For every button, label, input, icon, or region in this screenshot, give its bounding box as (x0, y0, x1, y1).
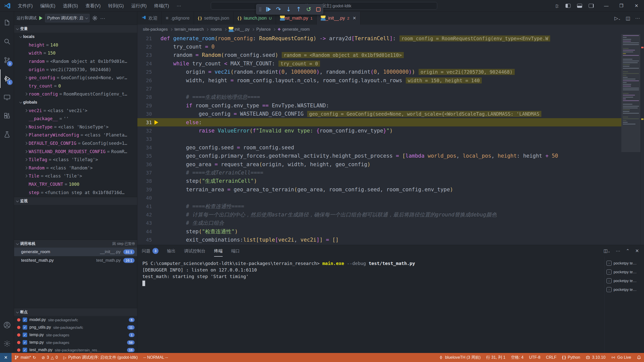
tab-.gdignore[interactable]: ≡.gdignore (162, 12, 194, 25)
breakpoint-checkbox[interactable]: ✓ (23, 325, 27, 330)
variable-row[interactable]: origin=vec2i(7205730, 9024468) (14, 65, 137, 74)
line-number[interactable]: 23 (137, 52, 152, 58)
code-line-21[interactable]: 21def generate_room(room_config: RoomReq… (137, 34, 621, 42)
commit-info-item[interactable]: blueloveTH (3 周前) (436, 353, 483, 362)
variable-row[interactable]: random=<Random object at 0x1bf9d01e… (14, 57, 137, 66)
variable-row[interactable]: step=<function step at 0x1bf8d716d… (14, 188, 137, 197)
code-line-25[interactable]: 25 origin = vec2i(random.randint(0, 1000… (137, 68, 621, 76)
variable-row[interactable]: width=150 (14, 49, 137, 57)
watch-section-header[interactable]: 监视 (14, 197, 137, 205)
line-number[interactable]: 27 (137, 86, 152, 92)
watch-body[interactable] (14, 205, 137, 240)
activity-accounts[interactable] (0, 316, 14, 334)
code-line-36[interactable]: 36 geo_area = request_area(origin, width… (137, 160, 621, 168)
line-number[interactable]: 25 (137, 69, 152, 75)
line-number[interactable]: 33 (137, 136, 152, 142)
tab-欢迎[interactable]: 欢迎 (137, 12, 162, 25)
panel-tab-问题[interactable]: 问题3 (142, 245, 158, 257)
breakpoints-section-header[interactable]: 断点 (14, 308, 137, 316)
line-number[interactable]: 35 (137, 153, 152, 159)
gear-icon[interactable] (92, 15, 98, 21)
variable-row[interactable]: PlanetaryWindConfig=<class 'Planeta… (14, 131, 137, 139)
menu-item-8[interactable]: ··· (173, 0, 185, 12)
close-panel-icon[interactable]: ✕ (635, 248, 639, 254)
code-line-44[interactable]: 44 step("检查连通性") (137, 227, 621, 236)
terminal-list-item[interactable]: ›pocketpy te… (605, 259, 644, 267)
notifications-item[interactable] (634, 353, 644, 362)
code-line-28[interactable]: 28 # ====生成初始地理信息==== (137, 93, 621, 101)
split-editor-icon[interactable]: ◫ (626, 15, 630, 21)
code-line-38[interactable]: 38 step("生成TerrainCell") (137, 177, 621, 185)
stack-frame[interactable]: generate_room__init__.py31:1 (14, 248, 137, 256)
variable-row[interactable]: room_config=RoomRequestConfig(env_t… (14, 90, 137, 98)
code-line-42[interactable]: 42 # 计算每一个出口的中心，然后使用astar生成路径，确保每一个出口组合都… (137, 210, 621, 219)
toggle-secondary-sidebar-icon[interactable] (589, 4, 594, 8)
restore-button[interactable]: ❐ (614, 0, 629, 12)
terminal-output[interactable]: PS C:\computer_science\godot-ldtk\site-p… (137, 257, 604, 353)
command-center-search[interactable]: [扩展开发宿主] godot-ldtk (211, 2, 437, 10)
line-number[interactable]: 24 (137, 61, 152, 67)
terminal-split-icon[interactable]: ◫⌄ (603, 248, 610, 254)
line-number[interactable]: 38 (137, 178, 152, 184)
menu-item-5[interactable]: 转到(G) (104, 0, 128, 12)
variable-row[interactable]: __package__='' (14, 115, 137, 123)
continue-button[interactable] (266, 7, 271, 12)
code-line-26[interactable]: 26 width, height = room_config.layout.n_… (137, 76, 621, 84)
eol-item[interactable]: CRLF (543, 353, 559, 362)
breadcrumb-item[interactable]: Pylance (256, 27, 271, 32)
breadcrumb-item[interactable]: rooms (211, 27, 222, 32)
close-icon[interactable]: ✕ (353, 16, 356, 21)
line-number[interactable]: 45 (137, 237, 152, 243)
code-line-23[interactable]: 23 random = Random(room_config.seed)rand… (137, 51, 621, 59)
variable-row[interactable]: WASTELAND_ROOM_REQUEST_CONFIG=RoomR… (14, 147, 137, 156)
line-number[interactable]: 40 (137, 195, 152, 201)
more-actions-icon[interactable]: ··· (616, 248, 620, 254)
breakpoint-checkbox[interactable]: ✓ (23, 348, 27, 352)
line-number[interactable]: 44 (137, 229, 152, 235)
more-actions-icon[interactable]: ··· (635, 15, 640, 21)
breadcrumb[interactable]: site-packagesterrain_researchrooms__init… (137, 25, 644, 34)
code-editor[interactable]: 21def generate_room(room_config: RoomReq… (137, 34, 644, 245)
menu-item-3[interactable]: 选择(S) (59, 0, 82, 12)
variable-row[interactable]: Random=<class 'Random'> (14, 164, 137, 172)
line-number[interactable]: 21 (137, 35, 152, 41)
run-python-file-icon[interactable]: ▷⌄ (614, 15, 621, 21)
code-line-43[interactable]: 43 # 生成出口组合 (137, 219, 621, 227)
more-actions-icon[interactable]: ··· (100, 15, 105, 21)
breadcrumb-item[interactable]: site-packages (143, 27, 168, 32)
line-number[interactable]: 42 (137, 212, 152, 218)
scope-row-globals[interactable]: globals (14, 98, 137, 107)
variable-row[interactable]: vec2i=<class 'vec2i'> (14, 106, 137, 115)
breakpoint-checkbox[interactable]: ✓ (23, 340, 27, 345)
step-over-button[interactable]: ↷ (276, 6, 281, 12)
tab-settings.json[interactable]: { }settings.json (194, 12, 234, 25)
minimap[interactable] (621, 34, 640, 245)
activity-run-and-debug[interactable]: 1 (0, 69, 14, 88)
variable-row[interactable]: TileTag=<class 'TileTag'> (14, 156, 137, 164)
activity-explorer[interactable] (0, 14, 14, 32)
panel-tab-调试控制台[interactable]: 调试控制台 (184, 245, 206, 257)
indent-item[interactable]: 空格: 4 (508, 353, 526, 362)
go-live-item[interactable]: Go Live (608, 353, 634, 362)
language-item[interactable]: { } Python (559, 353, 583, 362)
encoding-item[interactable]: UTF-8 (526, 353, 543, 362)
breadcrumb-item[interactable]: generate_room (282, 27, 310, 32)
code-line-37[interactable]: 37 # ====生成TerrainCell==== (137, 168, 621, 177)
remote-indicator[interactable]: ✕ (0, 353, 12, 362)
step-into-button[interactable]: ↓ (286, 6, 291, 12)
panel-tab-端口[interactable]: 端口 (231, 245, 240, 257)
line-number[interactable]: 29 (137, 103, 152, 109)
toggle-sidebar-icon[interactable] (566, 4, 571, 8)
breakpoint-row[interactable]: ✓temp.pysite-packages1 (14, 331, 137, 339)
cursor-position-item[interactable]: 行 31, 列 1 (484, 353, 508, 362)
code-line-33[interactable]: 33 (137, 135, 621, 143)
git-branch-item[interactable]: main* ↻ (12, 353, 39, 362)
code-line-40[interactable]: 40 (137, 194, 621, 202)
line-number[interactable]: 34 (137, 145, 152, 151)
terminal-list-item[interactable]: ›pocketpy te… (605, 285, 644, 294)
terminal-list-item[interactable]: ›pocketpy te… (605, 267, 644, 276)
line-number[interactable]: 32 (137, 128, 152, 134)
call-stack-section-header[interactable]: 调用堆栈 因 step 已暂停 (14, 240, 137, 248)
variable-row[interactable]: MAX_TRY_COUNT=1000 (14, 180, 137, 189)
drag-handle-icon[interactable]: ⣿ (259, 7, 261, 12)
